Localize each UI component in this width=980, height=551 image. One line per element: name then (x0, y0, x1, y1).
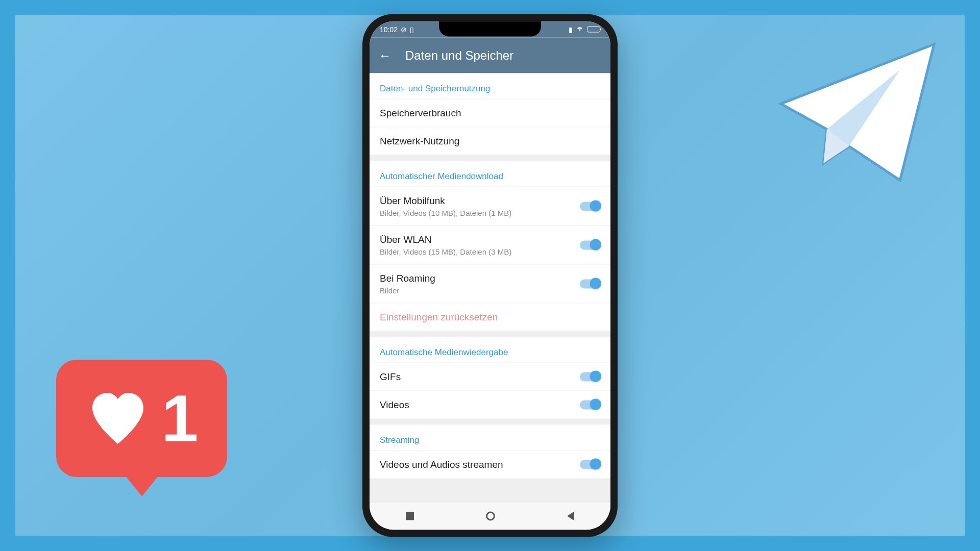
row-wlan-sub: Bilder, Videos (15 MB), Dateien (3 MB) (380, 247, 575, 256)
row-stream-label: Videos und Audios streamen (380, 459, 575, 470)
page-title: Daten und Speicher (405, 48, 513, 63)
notif-icon: ▯ (410, 26, 414, 34)
row-reset-label: Einstellungen zurücksetzen (380, 312, 498, 323)
section-header-auto-download: Automatischer Mediendownload (370, 161, 610, 187)
toggle-mobile[interactable] (580, 202, 600, 211)
row-network-label: Netzwerk-Nutzung (380, 136, 600, 147)
signal-icon: ▮ (569, 26, 573, 34)
status-time: 10:02 (380, 26, 398, 34)
wifi-icon (576, 26, 584, 34)
screen: 10:02 ⊘ ▯ ▮ ← Daten und Speicher (370, 21, 610, 530)
like-count: 1 (161, 380, 198, 457)
row-gifs[interactable]: GIFs (370, 363, 610, 391)
row-mobile-label: Über Mobilfunk (380, 195, 575, 207)
row-videos-label: Videos (380, 399, 575, 411)
toggle-roaming[interactable] (580, 279, 600, 288)
telegram-plane-icon (771, 36, 944, 189)
row-storage[interactable]: Speicherverbrauch (370, 99, 610, 127)
status-left: 10:02 ⊘ ▯ (380, 26, 414, 34)
row-roaming-sub: Bilder (380, 286, 575, 295)
section-usage: Daten- und Speichernutzung Speicherverbr… (370, 73, 610, 155)
toggle-stream[interactable] (580, 460, 600, 469)
content-scroll[interactable]: Daten- und Speichernutzung Speicherverbr… (370, 73, 610, 502)
dnd-icon: ⊘ (401, 26, 407, 34)
like-badge: 1 (56, 360, 227, 477)
section-auto-play: Automatische Medienwiedergabe GIFs Video… (370, 337, 610, 419)
phone-frame: 10:02 ⊘ ▯ ▮ ← Daten und Speicher (362, 14, 618, 537)
section-header-usage: Daten- und Speichernutzung (370, 73, 610, 99)
phone-notch (439, 21, 541, 37)
android-nav-bar (370, 502, 610, 530)
toggle-videos[interactable] (580, 400, 600, 410)
toggle-gifs[interactable] (580, 372, 600, 382)
row-wlan[interactable]: Über WLAN Bilder, Videos (15 MB), Dateie… (370, 226, 610, 264)
battery-icon (587, 27, 600, 33)
row-storage-label: Speicherverbrauch (380, 108, 600, 119)
nav-home-icon[interactable] (486, 512, 495, 521)
toggle-wlan[interactable] (580, 240, 600, 249)
row-videos[interactable]: Videos (370, 391, 610, 419)
phone-inner: 10:02 ⊘ ▯ ▮ ← Daten und Speicher (370, 21, 610, 530)
nav-recent-icon[interactable] (406, 512, 414, 520)
section-header-auto-play: Automatische Medienwiedergabe (370, 337, 610, 363)
section-header-streaming: Streaming (370, 425, 610, 450)
section-streaming: Streaming Videos und Audios streamen (370, 425, 610, 479)
back-arrow-icon[interactable]: ← (379, 48, 391, 63)
row-stream[interactable]: Videos und Audios streamen (370, 450, 610, 479)
nav-back-icon[interactable] (567, 512, 574, 521)
row-mobile-sub: Bilder, Videos (10 MB), Dateien (1 MB) (380, 209, 575, 217)
heart-icon (85, 390, 151, 446)
section-auto-download: Automatischer Mediendownload Über Mobilf… (370, 161, 610, 331)
row-wlan-label: Über WLAN (380, 234, 575, 245)
app-header: ← Daten und Speicher (370, 38, 610, 73)
status-right: ▮ (569, 26, 600, 34)
row-roaming-label: Bei Roaming (380, 273, 575, 284)
row-gifs-label: GIFs (380, 371, 575, 383)
row-mobile[interactable]: Über Mobilfunk Bilder, Videos (10 MB), D… (370, 187, 610, 226)
row-roaming[interactable]: Bei Roaming Bilder (370, 264, 610, 303)
row-reset[interactable]: Einstellungen zurücksetzen (370, 303, 610, 331)
row-network[interactable]: Netzwerk-Nutzung (370, 127, 610, 155)
